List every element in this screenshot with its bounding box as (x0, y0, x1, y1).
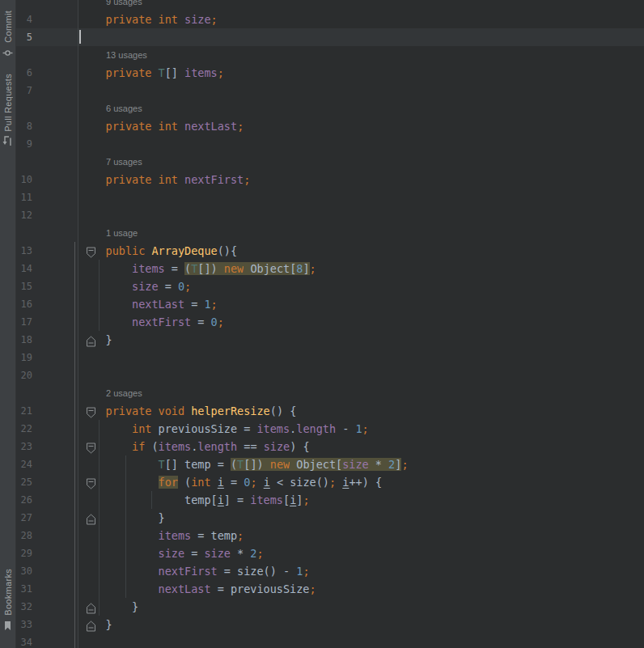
line-number[interactable]: 30 (18, 562, 32, 580)
code-line-29[interactable]: 29 size = size * 2; (16, 544, 644, 562)
line-number[interactable]: 29 (18, 544, 32, 562)
code-line-4[interactable]: 4 private int size; (16, 11, 644, 28)
code-line-18[interactable]: 18 } (16, 331, 644, 349)
line-number[interactable]: 33 (18, 616, 32, 633)
inlay-row[interactable]: 2 usages (16, 384, 644, 402)
tool-stripe-button-bookmarks[interactable]: Bookmarks (2, 569, 13, 631)
code-line-31[interactable]: 31 nextLast = previousSize; (16, 580, 644, 598)
line-number[interactable]: 26 (18, 491, 32, 509)
code-line-30[interactable]: 30 nextFirst = size() - 1; (16, 562, 644, 580)
code-line-5[interactable]: 5 (16, 28, 644, 46)
code-line-6[interactable]: 6 private T[] items; (16, 64, 644, 82)
usages-inlay-hint[interactable]: 7 usages (106, 153, 142, 171)
code-line-13[interactable]: 13 public ArrayDeque(){ (16, 242, 644, 260)
line-number[interactable]: 12 (18, 206, 32, 224)
editor-code-area[interactable]: 9 usages4 private int size;513 usages6 p… (16, 0, 644, 648)
code-token (79, 422, 132, 435)
line-number[interactable]: 28 (18, 527, 32, 544)
line-number[interactable]: 7 (18, 82, 32, 100)
code-line-28[interactable]: 28 items = temp; (16, 527, 644, 544)
code-token: ; (211, 298, 218, 311)
code-token: nextFirst (159, 565, 218, 578)
code-line-7[interactable]: 7 (16, 82, 644, 100)
code-line-27[interactable]: 27 } (16, 509, 644, 527)
inlay-row[interactable]: 1 usage (16, 224, 644, 242)
line-number[interactable]: 9 (18, 135, 32, 153)
fold-start-marker-icon[interactable] (87, 476, 95, 488)
usages-inlay-hint[interactable]: 2 usages (106, 384, 142, 402)
line-number[interactable]: 15 (18, 277, 32, 295)
code-line-16[interactable]: 16 nextLast = 1; (16, 295, 644, 313)
tool-stripe-button-pull-requests[interactable]: Pull Requests (2, 74, 13, 147)
code-token: for (159, 476, 178, 489)
code-line-15[interactable]: 15 size = 0; (16, 277, 644, 295)
code-line-33[interactable]: 33 } (16, 616, 644, 633)
inlay-row[interactable]: 7 usages (16, 153, 644, 171)
code-line-11[interactable]: 11 (16, 188, 644, 206)
line-number[interactable]: 18 (18, 331, 32, 349)
code-line-34[interactable]: 34 (16, 633, 644, 648)
line-number[interactable]: 6 (18, 64, 32, 82)
code-text: private int size; (79, 11, 218, 28)
line-number[interactable]: 20 (18, 366, 32, 384)
code-token: - (336, 422, 355, 435)
code-line-17[interactable]: 17 nextFirst = 0; (16, 313, 644, 331)
usages-inlay-hint[interactable]: 9 usages (106, 0, 142, 11)
code-line-32[interactable]: 32 } (16, 598, 644, 616)
code-token: * (231, 547, 250, 560)
code-line-21[interactable]: 21 private void helperResize() { (16, 402, 644, 420)
inlay-row[interactable]: 9 usages (16, 0, 644, 11)
line-number[interactable]: 10 (18, 171, 32, 188)
code-token: ( (145, 440, 158, 453)
usages-inlay-hint[interactable]: 13 usages (106, 46, 147, 64)
code-line-26[interactable]: 26 temp[i] = items[i]; (16, 491, 644, 509)
line-number[interactable]: 17 (18, 313, 32, 331)
line-number[interactable]: 5 (18, 28, 32, 46)
usages-inlay-hint[interactable]: 6 usages (106, 100, 142, 117)
code-token (151, 404, 158, 417)
code-line-9[interactable]: 9 (16, 135, 644, 153)
code-line-10[interactable]: 10 private int nextFirst; (16, 171, 644, 188)
code-token: ; (237, 120, 244, 133)
fold-end-marker-icon[interactable] (87, 334, 95, 345)
line-number[interactable]: 14 (18, 260, 32, 277)
line-number[interactable]: 25 (18, 473, 32, 491)
code-line-24[interactable]: 24 T[] temp = (T[]) new Object[size * 2]… (16, 455, 644, 473)
line-number[interactable]: 4 (18, 11, 32, 28)
line-number[interactable]: 22 (18, 420, 32, 438)
code-line-25[interactable]: 25 for (int i = 0; i < size(); i++) { (16, 473, 644, 491)
line-number[interactable]: 27 (18, 509, 32, 527)
line-number[interactable]: 21 (18, 402, 32, 420)
code-text: nextFirst = size() - 1; (79, 562, 310, 580)
fold-end-marker-icon[interactable] (87, 601, 95, 612)
code-line-8[interactable]: 8 private int nextLast; (16, 117, 644, 135)
line-number[interactable]: 32 (18, 598, 32, 616)
fold-start-marker-icon[interactable] (87, 405, 95, 417)
code-line-20[interactable]: 20 (16, 366, 644, 384)
inlay-row[interactable]: 6 usages (16, 100, 644, 117)
fold-end-marker-icon[interactable] (87, 512, 95, 523)
code-token: temp[ (79, 493, 218, 506)
code-line-14[interactable]: 14 items = (T[]) new Object[8]; (16, 260, 644, 277)
code-line-19[interactable]: 19 (16, 349, 644, 366)
fold-end-marker-icon[interactable] (87, 619, 95, 630)
line-number[interactable]: 31 (18, 580, 32, 598)
code-line-12[interactable]: 12 (16, 206, 644, 224)
line-number[interactable]: 24 (18, 455, 32, 473)
line-number[interactable]: 23 (18, 438, 32, 455)
code-line-23[interactable]: 23 if (items.length == size) { (16, 438, 644, 455)
tool-stripe-button-commit[interactable]: Commit (2, 11, 13, 58)
line-number[interactable]: 13 (18, 242, 32, 260)
usages-inlay-hint[interactable]: 1 usage (106, 224, 138, 242)
code-line-22[interactable]: 22 int previousSize = items.length - 1; (16, 420, 644, 438)
code-text: if (items.length == size) { (79, 438, 310, 455)
line-number[interactable]: 16 (18, 295, 32, 313)
fold-start-marker-icon[interactable] (87, 441, 95, 452)
line-number[interactable]: 8 (18, 117, 32, 135)
line-number[interactable]: 19 (18, 349, 32, 366)
line-number[interactable]: 34 (18, 633, 32, 648)
line-number[interactable]: 11 (18, 188, 32, 206)
fold-start-marker-icon[interactable] (87, 245, 95, 256)
code-token (79, 298, 132, 311)
inlay-row[interactable]: 13 usages (16, 46, 644, 64)
